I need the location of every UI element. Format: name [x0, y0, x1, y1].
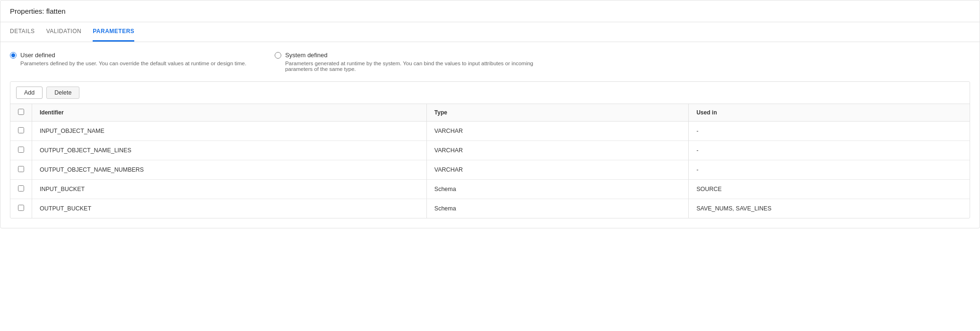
table-header-row: Identifier Type Used in	[10, 104, 970, 122]
tab-validation[interactable]: VALIDATION	[46, 22, 82, 42]
col-header-used-in: Used in	[689, 104, 970, 122]
user-defined-option: User defined Parameters defined by the u…	[10, 52, 246, 72]
user-defined-desc: Parameters defined by the user. You can …	[10, 61, 246, 66]
table-row: OUTPUT_OBJECT_NAME_NUMBERS VARCHAR -	[10, 160, 970, 180]
tab-bar: DETAILS VALIDATION PARAMETERS	[0, 22, 980, 42]
row-type: VARCHAR	[426, 122, 688, 141]
row-used-in: SAVE_NUMS, SAVE_LINES	[689, 199, 970, 218]
table-toolbar: Add Delete	[10, 82, 970, 104]
panel-title: Properties: flatten	[0, 0, 980, 22]
row-checkbox[interactable]	[18, 127, 24, 133]
row-type: Schema	[426, 199, 688, 218]
col-header-checkbox	[10, 104, 32, 122]
parameters-table-container: Add Delete Identifier Type Used in	[10, 81, 970, 218]
add-button[interactable]: Add	[16, 87, 43, 99]
row-type: Schema	[426, 180, 688, 199]
row-type: VARCHAR	[426, 160, 688, 180]
row-identifier: OUTPUT_OBJECT_NAME_LINES	[32, 141, 427, 160]
row-checkbox[interactable]	[18, 166, 24, 172]
table-row: INPUT_BUCKET Schema SOURCE	[10, 180, 970, 199]
table-row: INPUT_OBJECT_NAME VARCHAR -	[10, 122, 970, 141]
row-used-in: -	[689, 141, 970, 160]
tab-details[interactable]: DETAILS	[10, 22, 35, 42]
system-defined-desc: Parameters generated at runtime by the s…	[275, 61, 549, 72]
user-defined-radio[interactable]	[10, 52, 17, 59]
tab-parameters[interactable]: PARAMETERS	[93, 22, 134, 42]
select-all-checkbox[interactable]	[18, 109, 24, 115]
table-row: OUTPUT_OBJECT_NAME_LINES VARCHAR -	[10, 141, 970, 160]
row-used-in: SOURCE	[689, 180, 970, 199]
content-area: User defined Parameters defined by the u…	[0, 42, 980, 228]
system-defined-option: System defined Parameters generated at r…	[275, 52, 549, 72]
parameter-type-radio-group: User defined Parameters defined by the u…	[10, 52, 970, 72]
row-checkbox[interactable]	[18, 205, 24, 211]
col-header-type: Type	[426, 104, 688, 122]
row-type: VARCHAR	[426, 141, 688, 160]
row-identifier: OUTPUT_OBJECT_NAME_NUMBERS	[32, 160, 427, 180]
row-checkbox-cell	[10, 199, 32, 218]
row-identifier: OUTPUT_BUCKET	[32, 199, 427, 218]
row-checkbox[interactable]	[18, 185, 24, 192]
properties-panel: Properties: flatten DETAILS VALIDATION P…	[0, 0, 980, 228]
parameters-table: Identifier Type Used in INPUT_OBJECT_NAM…	[10, 104, 970, 218]
system-defined-label[interactable]: System defined	[275, 52, 549, 59]
system-defined-radio[interactable]	[275, 52, 281, 59]
col-header-identifier: Identifier	[32, 104, 427, 122]
row-identifier: INPUT_BUCKET	[32, 180, 427, 199]
row-identifier: INPUT_OBJECT_NAME	[32, 122, 427, 141]
row-checkbox-cell	[10, 160, 32, 180]
delete-button[interactable]: Delete	[46, 87, 79, 99]
row-checkbox-cell	[10, 141, 32, 160]
row-checkbox-cell	[10, 122, 32, 141]
table-row: OUTPUT_BUCKET Schema SAVE_NUMS, SAVE_LIN…	[10, 199, 970, 218]
row-used-in: -	[689, 122, 970, 141]
row-checkbox-cell	[10, 180, 32, 199]
user-defined-label[interactable]: User defined	[10, 52, 246, 59]
row-checkbox[interactable]	[18, 147, 24, 153]
row-used-in: -	[689, 160, 970, 180]
